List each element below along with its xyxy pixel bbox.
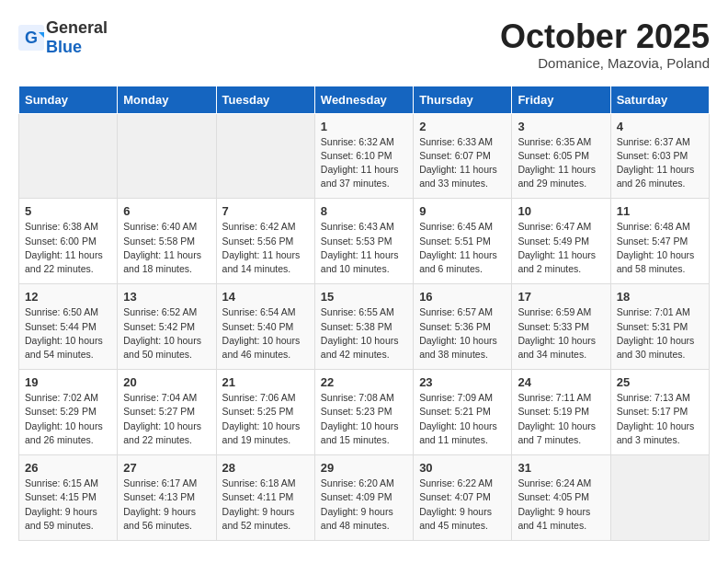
day-cell: 15Sunrise: 6:55 AMSunset: 5:38 PMDayligh… [314, 284, 413, 370]
subtitle: Domanice, Mazovia, Poland [500, 55, 710, 71]
day-info: Sunrise: 6:42 AMSunset: 5:56 PMDaylight:… [222, 220, 309, 276]
day-number: 11 [617, 204, 703, 218]
title-block: October 2025 Domanice, Mazovia, Poland [500, 18, 710, 71]
day-number: 9 [419, 204, 506, 218]
day-cell: 12Sunrise: 6:50 AMSunset: 5:44 PMDayligh… [19, 284, 118, 370]
logo-icon: G [18, 25, 44, 51]
day-info: Sunrise: 6:55 AMSunset: 5:38 PMDaylight:… [321, 305, 407, 362]
day-cell: 28Sunrise: 6:18 AMSunset: 4:11 PMDayligh… [216, 455, 314, 541]
calendar-table: SundayMondayTuesdayWednesdayThursdayFrid… [18, 86, 710, 541]
day-info: Sunrise: 7:04 AMSunset: 5:27 PMDaylight:… [123, 391, 210, 447]
day-cell [118, 113, 216, 199]
day-cell: 8Sunrise: 6:43 AMSunset: 5:53 PMDaylight… [314, 199, 413, 284]
day-info: Sunrise: 6:59 AMSunset: 5:33 PMDaylight:… [518, 305, 604, 362]
day-cell: 22Sunrise: 7:08 AMSunset: 5:23 PMDayligh… [314, 370, 413, 455]
day-info: Sunrise: 6:22 AMSunset: 4:07 PMDaylight:… [419, 477, 506, 533]
day-cell: 26Sunrise: 6:15 AMSunset: 4:15 PMDayligh… [19, 455, 118, 541]
day-info: Sunrise: 6:50 AMSunset: 5:44 PMDaylight:… [25, 305, 111, 362]
day-info: Sunrise: 7:01 AMSunset: 5:31 PMDaylight:… [617, 305, 703, 362]
day-info: Sunrise: 6:38 AMSunset: 6:00 PMDaylight:… [25, 220, 111, 276]
day-cell: 1Sunrise: 6:32 AMSunset: 6:10 PMDaylight… [314, 113, 413, 199]
day-cell: 25Sunrise: 7:13 AMSunset: 5:17 PMDayligh… [610, 370, 709, 455]
day-number: 15 [321, 290, 407, 304]
day-number: 30 [419, 461, 506, 475]
day-number: 18 [617, 290, 703, 304]
weekday-header-saturday: Saturday [610, 86, 709, 113]
day-info: Sunrise: 6:37 AMSunset: 6:03 PMDaylight:… [617, 135, 703, 191]
day-number: 10 [518, 204, 604, 218]
weekday-header-monday: Monday [118, 86, 216, 113]
day-cell: 23Sunrise: 7:09 AMSunset: 5:21 PMDayligh… [414, 370, 512, 455]
day-info: Sunrise: 6:54 AMSunset: 5:40 PMDaylight:… [222, 305, 309, 362]
day-cell: 2Sunrise: 6:33 AMSunset: 6:07 PMDaylight… [414, 113, 512, 199]
day-number: 14 [222, 290, 309, 304]
day-info: Sunrise: 7:06 AMSunset: 5:25 PMDaylight:… [222, 391, 309, 447]
day-number: 8 [321, 204, 407, 218]
day-cell: 13Sunrise: 6:52 AMSunset: 5:42 PMDayligh… [118, 284, 216, 370]
weekday-header-tuesday: Tuesday [216, 86, 314, 113]
day-cell: 31Sunrise: 6:24 AMSunset: 4:05 PMDayligh… [512, 455, 610, 541]
day-cell: 30Sunrise: 6:22 AMSunset: 4:07 PMDayligh… [414, 455, 512, 541]
day-number: 1 [321, 120, 407, 133]
day-info: Sunrise: 6:45 AMSunset: 5:51 PMDaylight:… [419, 220, 506, 276]
day-number: 4 [617, 120, 703, 133]
week-row-1: 1Sunrise: 6:32 AMSunset: 6:10 PMDaylight… [19, 113, 710, 199]
day-number: 24 [518, 375, 604, 389]
day-info: Sunrise: 6:17 AMSunset: 4:13 PMDaylight:… [123, 477, 210, 533]
day-info: Sunrise: 6:33 AMSunset: 6:07 PMDaylight:… [419, 135, 506, 191]
week-row-5: 26Sunrise: 6:15 AMSunset: 4:15 PMDayligh… [19, 455, 710, 541]
day-number: 6 [123, 204, 210, 218]
month-title: October 2025 [500, 18, 710, 55]
weekday-header-friday: Friday [512, 86, 610, 113]
week-row-4: 19Sunrise: 7:02 AMSunset: 5:29 PMDayligh… [19, 370, 710, 455]
day-info: Sunrise: 6:47 AMSunset: 5:49 PMDaylight:… [518, 220, 604, 276]
day-cell: 5Sunrise: 6:38 AMSunset: 6:00 PMDaylight… [19, 199, 118, 284]
day-cell: 10Sunrise: 6:47 AMSunset: 5:49 PMDayligh… [512, 199, 610, 284]
day-info: Sunrise: 6:15 AMSunset: 4:15 PMDaylight:… [25, 477, 111, 533]
day-cell: 9Sunrise: 6:45 AMSunset: 5:51 PMDaylight… [414, 199, 512, 284]
day-info: Sunrise: 6:35 AMSunset: 6:05 PMDaylight:… [518, 135, 604, 191]
day-cell: 21Sunrise: 7:06 AMSunset: 5:25 PMDayligh… [216, 370, 314, 455]
day-info: Sunrise: 6:32 AMSunset: 6:10 PMDaylight:… [321, 135, 407, 191]
day-number: 5 [25, 204, 111, 218]
day-number: 21 [222, 375, 309, 389]
day-info: Sunrise: 6:48 AMSunset: 5:47 PMDaylight:… [617, 220, 703, 276]
week-row-3: 12Sunrise: 6:50 AMSunset: 5:44 PMDayligh… [19, 284, 710, 370]
day-info: Sunrise: 6:24 AMSunset: 4:05 PMDaylight:… [518, 477, 604, 533]
day-number: 16 [419, 290, 506, 304]
day-number: 3 [518, 120, 604, 133]
day-number: 27 [123, 461, 210, 475]
day-cell: 4Sunrise: 6:37 AMSunset: 6:03 PMDaylight… [610, 113, 709, 199]
day-cell: 19Sunrise: 7:02 AMSunset: 5:29 PMDayligh… [19, 370, 118, 455]
day-number: 26 [25, 461, 111, 475]
day-info: Sunrise: 6:18 AMSunset: 4:11 PMDaylight:… [222, 477, 309, 533]
day-number: 17 [518, 290, 604, 304]
day-info: Sunrise: 7:02 AMSunset: 5:29 PMDaylight:… [25, 391, 111, 447]
day-info: Sunrise: 7:13 AMSunset: 5:17 PMDaylight:… [617, 391, 703, 447]
day-cell: 29Sunrise: 6:20 AMSunset: 4:09 PMDayligh… [314, 455, 413, 541]
day-number: 28 [222, 461, 309, 475]
day-info: Sunrise: 6:20 AMSunset: 4:09 PMDaylight:… [321, 477, 407, 533]
day-number: 22 [321, 375, 407, 389]
day-cell: 14Sunrise: 6:54 AMSunset: 5:40 PMDayligh… [216, 284, 314, 370]
day-number: 13 [123, 290, 210, 304]
day-number: 25 [617, 375, 703, 389]
day-number: 31 [518, 461, 604, 475]
day-number: 20 [123, 375, 210, 389]
day-cell [216, 113, 314, 199]
weekday-header-thursday: Thursday [414, 86, 512, 113]
svg-text:G: G [25, 29, 38, 47]
day-cell: 18Sunrise: 7:01 AMSunset: 5:31 PMDayligh… [610, 284, 709, 370]
day-number: 12 [25, 290, 111, 304]
day-info: Sunrise: 6:57 AMSunset: 5:36 PMDaylight:… [419, 305, 506, 362]
weekday-header-sunday: Sunday [19, 86, 118, 113]
day-info: Sunrise: 7:09 AMSunset: 5:21 PMDaylight:… [419, 391, 506, 447]
logo-text-general: General [46, 18, 108, 37]
day-cell: 6Sunrise: 6:40 AMSunset: 5:58 PMDaylight… [118, 199, 216, 284]
logo: G General Blue [18, 18, 108, 57]
day-number: 29 [321, 461, 407, 475]
day-cell: 11Sunrise: 6:48 AMSunset: 5:47 PMDayligh… [610, 199, 709, 284]
page-header: G General Blue October 2025 Domanice, Ma… [18, 18, 710, 71]
day-cell: 3Sunrise: 6:35 AMSunset: 6:05 PMDaylight… [512, 113, 610, 199]
day-info: Sunrise: 6:52 AMSunset: 5:42 PMDaylight:… [123, 305, 210, 362]
